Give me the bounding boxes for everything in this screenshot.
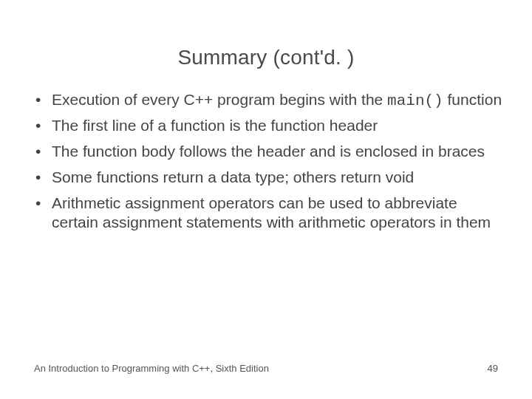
slide: Summary (cont'd. ) Execution of every C+… — [0, 0, 532, 399]
slide-footer: An Introduction to Programming with C++,… — [34, 363, 498, 374]
footer-book-title: An Introduction to Programming with C++,… — [34, 363, 269, 374]
bullet-text-pre: The function body follows the header and… — [52, 143, 485, 160]
bullet-text-post: function — [443, 91, 502, 108]
footer-page-number: 49 — [488, 363, 498, 374]
bullet-text-pre: Arithmetic assignment operators can be u… — [52, 194, 491, 231]
list-item: The first line of a function is the func… — [35, 116, 502, 137]
list-item: Some functions return a data type; other… — [35, 168, 502, 189]
bullet-text-code: main() — [387, 92, 443, 109]
bullet-text-pre: Execution of every C++ program begins wi… — [52, 91, 387, 108]
list-item: Arithmetic assignment operators can be u… — [35, 194, 502, 235]
list-item: Execution of every C++ program begins wi… — [35, 90, 502, 112]
bullet-text-pre: The first line of a function is the func… — [52, 117, 378, 134]
bullet-list: Execution of every C++ program begins wi… — [30, 90, 502, 234]
slide-title: Summary (cont'd. ) — [30, 0, 502, 90]
bullet-text-pre: Some functions return a data type; other… — [52, 168, 414, 185]
list-item: The function body follows the header and… — [35, 142, 502, 163]
